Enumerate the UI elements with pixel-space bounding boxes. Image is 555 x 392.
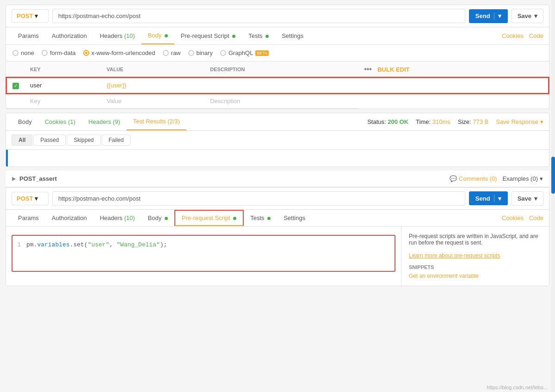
save-response-btn[interactable]: Save Response ▾ xyxy=(496,118,543,125)
cookies-link-top[interactable]: Cookies xyxy=(502,32,524,39)
beta-badge: BETA xyxy=(255,50,269,56)
filter-passed[interactable]: Passed xyxy=(33,135,66,146)
body-options-top: none form-data x-www-form-urlencoded raw… xyxy=(6,45,549,61)
placeholder-key-cell: Key xyxy=(25,93,101,109)
tab-prerequest-top[interactable]: Pre-request Script xyxy=(174,28,242,44)
radio-dot-binary xyxy=(188,50,194,56)
time-label: Time: 310ms xyxy=(416,118,450,125)
tab-body-response[interactable]: Body xyxy=(12,114,38,130)
snippets-title: SNIPPETS xyxy=(409,264,542,270)
tab-settings-second[interactable]: Settings xyxy=(277,210,312,226)
prerequest-dot-top xyxy=(232,35,235,38)
radio-graphql[interactable]: GraphQL BETA xyxy=(220,49,269,56)
section-title: POST_assert xyxy=(19,175,57,182)
blue-bar xyxy=(6,150,8,166)
save-chevron-second: ▾ xyxy=(534,195,537,202)
filter-skipped[interactable]: Skipped xyxy=(67,135,100,146)
filter-failed[interactable]: Failed xyxy=(102,135,131,146)
row-key-cell: user xyxy=(25,78,101,93)
scrollbar-track xyxy=(551,0,555,392)
request-bar-second: POST ▾ Send ▾ Save ▾ xyxy=(6,188,549,210)
tests-dot-top xyxy=(265,35,269,38)
radio-binary[interactable]: binary xyxy=(188,49,213,56)
tab-headers-second[interactable]: Headers (10) xyxy=(93,210,142,226)
cookies-link-second[interactable]: Cookies xyxy=(502,214,524,221)
dots-icon[interactable]: ••• xyxy=(364,65,372,73)
url-input-top[interactable] xyxy=(52,9,465,23)
tab-headers-top[interactable]: Headers (10) xyxy=(93,28,142,44)
learn-more-link[interactable]: Learn more about pre-request scripts xyxy=(409,252,500,259)
examples-btn[interactable]: Examples (0) ▾ xyxy=(502,175,543,182)
request-tabs-second: Params Authorization Headers (10) Body P… xyxy=(6,210,549,227)
send-chevron-top: ▾ xyxy=(498,12,501,19)
radio-dot-none xyxy=(12,50,18,56)
scrollbar-thumb[interactable] xyxy=(551,157,555,194)
th-check xyxy=(6,61,25,78)
bulk-edit-btn[interactable]: Bulk Edit xyxy=(377,66,409,73)
save-response-chevron: ▾ xyxy=(540,118,543,125)
tab-authorization-second[interactable]: Authorization xyxy=(45,210,93,226)
row-value-value: {{user}} xyxy=(106,82,126,89)
tab-tests-top[interactable]: Tests xyxy=(242,28,275,44)
row-desc-cell xyxy=(204,78,358,93)
radio-formdata[interactable]: form-data xyxy=(42,49,76,56)
tab-testresults-response[interactable]: Test Results (2/3) xyxy=(127,113,186,130)
radio-dot-urlencoded xyxy=(83,50,89,56)
method-label-top: POST xyxy=(17,12,33,19)
code-link-second[interactable]: Code xyxy=(529,214,543,221)
snippets-panel: Pre-request scripts are written in JavaS… xyxy=(401,227,549,286)
section-actions: 💬 Comments (0) Examples (0) ▾ xyxy=(450,175,543,182)
radio-dot-raw xyxy=(163,50,169,56)
send-chevron-second: ▾ xyxy=(498,195,501,202)
code-editor[interactable]: 1 pm.variables.set("user", "Wang_Delia")… xyxy=(12,235,395,272)
tab-body-top[interactable]: Body xyxy=(142,27,174,44)
code-line-content: pm.variables.set("user", "Wang_Delia"); xyxy=(26,241,167,248)
tab-params-top[interactable]: Params xyxy=(12,28,45,44)
save-button-top[interactable]: Save ▾ xyxy=(512,9,543,23)
prerequest-split: 1 pm.variables.set("user", "Wang_Delia")… xyxy=(6,227,549,286)
snippet-item-1[interactable]: Get an environment variable xyxy=(409,273,542,279)
save-button-second[interactable]: Save ▾ xyxy=(512,191,543,206)
code-link-top[interactable]: Code xyxy=(529,32,543,39)
method-selector-second[interactable]: POST ▾ xyxy=(12,192,49,205)
table-placeholder-row: Key Value Description xyxy=(6,93,549,109)
tab-cookies-response[interactable]: Cookies (1) xyxy=(38,114,82,130)
tab-params-second[interactable]: Params xyxy=(12,210,45,226)
radio-dot-formdata xyxy=(42,50,48,56)
body-dot-second xyxy=(165,217,168,220)
th-description: DESCRIPTION xyxy=(204,61,358,78)
size-label: Size: 773 B xyxy=(458,118,489,125)
tab-settings-top[interactable]: Settings xyxy=(275,28,310,44)
send-button-second[interactable]: Send ▾ xyxy=(469,191,508,205)
row-checkbox[interactable]: ✓ xyxy=(12,83,19,89)
placeholder-value-cell: Value xyxy=(101,93,204,109)
prerequest-dot-second xyxy=(233,217,236,220)
request-tabs-top: Params Authorization Headers (10) Body P… xyxy=(6,27,549,45)
send-divider-second xyxy=(494,195,494,202)
watermark: https://blog.csdn.net/lebo... xyxy=(487,385,548,390)
radio-none[interactable]: none xyxy=(12,49,34,56)
radio-urlencoded[interactable]: x-www-form-urlencoded xyxy=(83,49,155,56)
table-row-user: ✓ user {{user}} xyxy=(6,78,549,93)
method-selector-top[interactable]: POST ▾ xyxy=(12,9,49,23)
radio-raw[interactable]: raw xyxy=(163,49,181,56)
collapse-arrow[interactable]: ▶ xyxy=(12,176,16,182)
row-check-cell: ✓ xyxy=(6,78,25,93)
code-line-1: 1 pm.variables.set("user", "Wang_Delia")… xyxy=(12,240,395,249)
url-input-second[interactable] xyxy=(52,191,465,206)
tab-body-second[interactable]: Body xyxy=(142,210,174,226)
row-key-value: user xyxy=(30,82,42,89)
tab-tests-second[interactable]: Tests xyxy=(244,210,277,226)
placeholder-desc-cell: Description xyxy=(204,93,358,109)
tab-prerequest-second[interactable]: Pre-request Script xyxy=(174,210,244,226)
tab-headers-response[interactable]: Headers (9) xyxy=(82,114,127,130)
response-status-bar: Status: 200 OK Time: 310ms Size: 773 B S… xyxy=(367,115,543,129)
comments-btn[interactable]: 💬 Comments (0) xyxy=(450,175,497,182)
th-actions: ••• Bulk Edit xyxy=(358,61,549,78)
tab-authorization-top[interactable]: Authorization xyxy=(45,28,93,44)
send-button-top[interactable]: Send ▾ xyxy=(469,9,508,23)
send-divider xyxy=(494,12,494,20)
examples-chevron: ▾ xyxy=(540,175,543,182)
cookies-code-top: Cookies Code xyxy=(502,32,543,39)
filter-all[interactable]: All xyxy=(12,135,32,146)
